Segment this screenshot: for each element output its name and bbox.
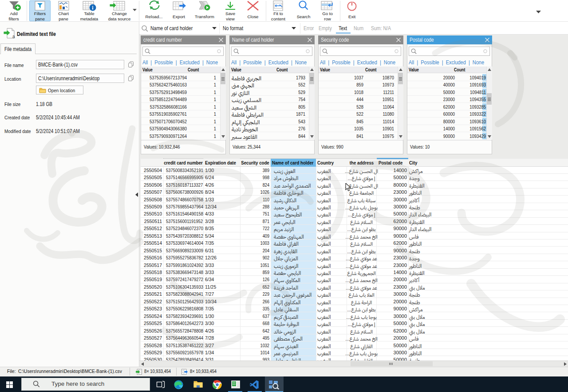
svg-text:a: a	[12, 34, 15, 39]
